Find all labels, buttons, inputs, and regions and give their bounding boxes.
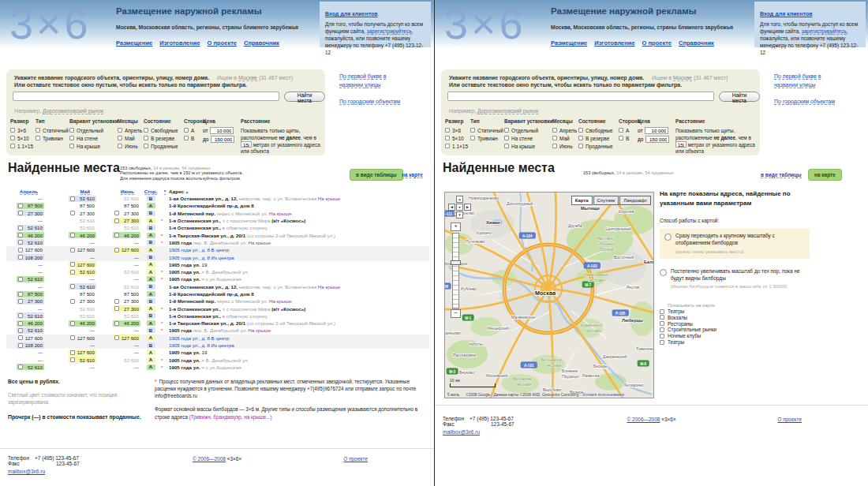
checkbox-wall[interactable] [504, 136, 509, 140]
register-link[interactable]: зарегистрируйтесь [802, 28, 847, 35]
scope-city-link[interactable]: Москве [238, 75, 257, 81]
month-checkbox[interactable] [70, 211, 75, 215]
layer-item[interactable]: Ночные клубы [660, 333, 859, 338]
month-checkbox[interactable] [18, 364, 23, 369]
checkbox-may[interactable] [118, 136, 122, 140]
size-option-1-1x15[interactable]: 1.1×15 [445, 142, 468, 150]
month-checkbox[interactable] [18, 313, 23, 318]
checkbox-free[interactable] [144, 128, 148, 133]
month-checkbox[interactable] [70, 284, 75, 289]
month-checkbox[interactable] [70, 321, 75, 326]
checkbox-3x6[interactable] [10, 128, 15, 133]
month-option-may[interactable]: Май [118, 134, 142, 142]
zoom-in-button[interactable]: + [451, 222, 461, 231]
month-option-june[interactable]: Июнь [552, 142, 577, 150]
month-checkbox[interactable] [114, 299, 119, 304]
checkbox-june[interactable] [118, 144, 122, 148]
about-project-link[interactable]: О проекте [343, 456, 368, 462]
copyright-link[interactable]: © 2006—2008 [627, 417, 660, 422]
checkbox-wall[interactable] [69, 136, 74, 140]
month-option-june[interactable]: Июнь [118, 142, 142, 150]
month-checkbox[interactable] [70, 196, 75, 201]
month-checkbox[interactable] [18, 321, 23, 326]
checkbox-5x10[interactable] [445, 136, 450, 140]
install-option-wall[interactable]: На стене [69, 134, 118, 142]
month-checkbox[interactable] [18, 299, 23, 304]
address-link[interactable]: 1905 года ул., д. 8 Из центра [169, 342, 234, 348]
address-link[interactable]: 1905 года ул., д. 8 В центр [169, 335, 229, 341]
month-checkbox[interactable] [18, 248, 23, 252]
layer-checkbox[interactable] [660, 334, 664, 338]
install-option-separate[interactable]: Отдельный [504, 126, 553, 134]
map-type-map[interactable]: Карта [571, 196, 593, 205]
checkbox-sold[interactable] [578, 144, 583, 148]
sort-may[interactable]: Май [80, 189, 90, 195]
client-login-link[interactable]: Вход для клиентов [760, 11, 813, 17]
state-option-sold[interactable]: Проданные [144, 142, 178, 150]
example-link[interactable]: Дорогомиловский рынок [477, 108, 538, 114]
distance-input[interactable] [675, 141, 687, 148]
map-pan-control[interactable]: ▲ ◀ ● ▶ ▼ [448, 196, 472, 219]
scope-city-link[interactable]: Москве [673, 75, 692, 81]
type-option-static[interactable]: Статичный [36, 126, 69, 134]
sort-side[interactable]: Стор. [144, 189, 158, 195]
layer-checkbox[interactable] [660, 327, 664, 332]
month-checkbox[interactable] [18, 335, 23, 340]
month-checkbox[interactable] [70, 233, 75, 237]
month-checkbox[interactable] [70, 357, 75, 362]
month-checkbox[interactable] [18, 204, 23, 208]
view-map-button-active[interactable]: на карте [808, 169, 842, 181]
map-canvas[interactable]: А-104А-103Р-105А-101М-7М-1М-3М-8-11136Но… [445, 193, 653, 398]
sort-april[interactable]: Апрель [20, 189, 38, 195]
pan-down-button[interactable]: ▼ [456, 211, 463, 219]
month-checkbox[interactable] [114, 233, 119, 237]
checkbox-sold[interactable] [144, 144, 148, 148]
objects-search-link[interactable]: По городским объектам [339, 99, 400, 105]
price-to-input[interactable] [211, 136, 234, 143]
zoom-out-button[interactable]: − [451, 309, 461, 318]
nav-production[interactable]: Изготовление [594, 39, 634, 47]
state-option-free[interactable]: Свободные [144, 126, 178, 134]
checkbox-separate[interactable] [69, 128, 74, 133]
checkbox-separate[interactable] [504, 128, 509, 133]
month-option-may[interactable]: Май [552, 134, 577, 142]
pan-left-button[interactable]: ◀ [448, 204, 455, 211]
email-link[interactable]: mailbox@3x6.ru [443, 429, 480, 435]
find-places-button[interactable]: Найти места [719, 92, 760, 102]
checkbox-roof[interactable] [69, 144, 74, 148]
checkbox-roof[interactable] [504, 144, 509, 148]
map-type-terrain[interactable]: Ландшафт [619, 196, 651, 205]
map[interactable]: А-104А-103Р-105А-101М-7М-1М-3М-8-11136Но… [444, 192, 654, 398]
address-link[interactable]: 1905 года ул., д. 8 В центр [169, 247, 229, 252]
layer-checkbox[interactable] [660, 340, 664, 345]
month-checkbox[interactable] [18, 255, 23, 260]
month-checkbox[interactable] [70, 262, 75, 267]
price-from-input[interactable] [645, 127, 668, 134]
state-option-free[interactable]: Свободные [578, 126, 613, 134]
mode2-radio[interactable] [660, 269, 667, 276]
map-terms-link[interactable]: Условия использования [582, 393, 624, 397]
mode1-radio[interactable] [664, 234, 672, 241]
checkbox-5x10[interactable] [10, 136, 15, 140]
state-option-reserved[interactable]: В резерве [578, 134, 613, 142]
type-option-trivision[interactable]: Тривижн [470, 134, 503, 142]
type-option-static[interactable]: Статичный [470, 126, 503, 134]
month-checkbox[interactable] [114, 248, 119, 252]
alpha-search-link[interactable]: По первой букве в названии улицы [774, 73, 821, 88]
month-checkbox[interactable] [18, 233, 23, 237]
month-option-april[interactable]: Апрель [118, 126, 142, 134]
alpha-search-link[interactable]: По первой букве в названии улицы [339, 73, 386, 88]
state-option-reserved[interactable]: В резерве [144, 134, 178, 142]
zoom-slider-handle[interactable] [451, 260, 461, 265]
view-table-link[interactable]: в виде таблицы [761, 172, 802, 178]
price-to-input[interactable] [645, 136, 669, 143]
sort-star[interactable]: * [164, 189, 166, 195]
email-link[interactable]: mailbox@3x6.ru [8, 469, 45, 474]
nav-production[interactable]: Изготовление [159, 39, 200, 47]
checkbox-1-1x15[interactable] [10, 144, 15, 148]
checkbox-june[interactable] [552, 144, 557, 148]
map-mode-option-1[interactable]: Сразу переходить к крупному масштабу с о… [660, 229, 810, 259]
month-checkbox[interactable] [18, 277, 23, 282]
checkbox-april[interactable] [118, 128, 122, 133]
month-checkbox[interactable] [18, 343, 23, 348]
